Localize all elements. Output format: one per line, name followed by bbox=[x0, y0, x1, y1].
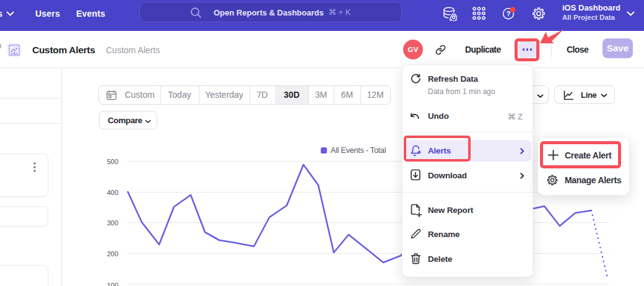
svg-text:?: ? bbox=[506, 10, 510, 17]
